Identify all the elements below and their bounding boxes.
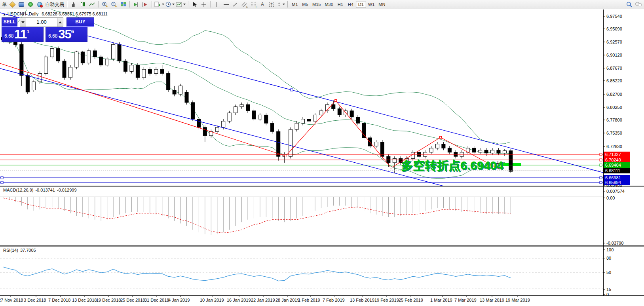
date-axis-label: 25 Feb 2019 [399, 298, 423, 302]
trendline [0, 68, 443, 186]
volume-increase-button[interactable] [57, 17, 63, 27]
buy-price-prefix: 6.68 [48, 33, 57, 39]
candle-bear [246, 105, 250, 111]
rsi-axis-label: 50 [606, 270, 611, 275]
date-axis-label: 22 Jan 2019 [251, 298, 275, 302]
candle-bull [130, 65, 133, 72]
price-axis-label: 6.95090 [606, 27, 622, 31]
price-axis-label: 6.72830 [606, 144, 622, 149]
chart-annotation-text[interactable]: 多空转折点6.69404 [401, 158, 503, 174]
candle-bull [374, 142, 378, 146]
volume-input[interactable]: 1.00 [26, 17, 57, 27]
candle-bear [197, 119, 201, 127]
volume-decrease-button[interactable] [20, 17, 26, 27]
sell-price-pip: 1 [27, 29, 29, 34]
candle-bear [484, 150, 488, 153]
candle-bear [203, 127, 207, 136]
candle-bear [191, 103, 194, 119]
price-axis-label: 6.80250 [606, 105, 622, 110]
candle-bear [160, 69, 164, 73]
rsi-axis-label: 15 [606, 287, 611, 292]
rsi-value: 37.7005 [20, 248, 36, 253]
date-axis-label: 25 Dec 2018 [120, 298, 145, 302]
candle-bear [167, 74, 170, 90]
buy-price-big: 35 [58, 29, 71, 40]
candle-bull [479, 150, 482, 152]
candle-bear [356, 117, 360, 124]
zigzag-handle [390, 167, 392, 169]
candle-bear [99, 57, 103, 65]
date-axis-label: 13 Feb 2019 [350, 298, 374, 302]
candle-bull [154, 69, 158, 73]
level-right-handle [600, 153, 602, 156]
candle-bull [179, 86, 182, 94]
line-handle [1, 177, 3, 179]
macd-name: MACD(12,26,9) [3, 188, 33, 192]
candle-bear [63, 61, 66, 78]
candle-bull [105, 59, 109, 65]
candle-bull [68, 67, 72, 78]
candle-bear [118, 44, 121, 61]
buy-button[interactable]: BUY [66, 17, 94, 27]
macd-signal-value: -0.012999 [57, 188, 77, 192]
level-right-handle [600, 177, 602, 179]
candle-bull [38, 74, 42, 82]
candle-bear [338, 109, 341, 115]
sell-price-big: 11 [14, 29, 27, 40]
candle-bull [295, 123, 298, 129]
candle-bear [448, 148, 451, 152]
price-level-badge-text: 6.69404 [605, 163, 621, 167]
candle-bear [136, 65, 139, 78]
price-axis-label: 6.87670 [606, 66, 622, 70]
date-axis-label: 3 Dec 2018 [24, 298, 46, 302]
date-axis-label: 13 Mar 2019 [480, 298, 504, 302]
collapse-icon[interactable]: ▲ [3, 13, 6, 16]
buy-quote[interactable]: 6.68 35 6 [46, 27, 87, 42]
chart-canvas[interactable]: 6.975406.950906.925706.901206.876706.852… [0, 0, 644, 306]
price-level-badge-text: 6.70240 [605, 158, 621, 162]
zigzag-handle [285, 155, 287, 157]
candle-bear [307, 119, 311, 121]
date-axis-label: 7 Dec 2018 [48, 298, 70, 302]
buy-price-pip: 6 [71, 29, 74, 34]
candle-bear [26, 76, 29, 92]
macd-value: -0.013741 [35, 188, 55, 192]
macd-axis-label: 0.007574 [606, 189, 625, 194]
candle-bull [215, 127, 219, 131]
candle-bear [57, 49, 60, 61]
candle-bear [13, 42, 17, 45]
candle-bull [228, 113, 231, 121]
candle-bear [185, 92, 188, 103]
date-axis-label: 19 Feb 2019 [374, 298, 399, 302]
candle-bull [87, 51, 91, 63]
sell-quote[interactable]: 6.68 11 1 [2, 27, 44, 42]
date-axis-label: 7 Mar 2019 [454, 298, 477, 302]
candle-bear [270, 123, 274, 131]
symbol-period-label: USDCNH-,Daily [8, 11, 38, 16]
candle-bull [234, 106, 237, 113]
price-level-badge-text: 6.71327 [605, 152, 621, 157]
price-axis-label: 6.92570 [606, 40, 622, 44]
candle-bear [277, 131, 280, 156]
triangle-down-icon [21, 21, 25, 23]
candle-bull [112, 44, 115, 59]
rsi-axis-label: 80 [606, 256, 611, 260]
candle-bull [393, 158, 396, 163]
date-axis-label: 19 Mar 2019 [505, 298, 530, 302]
candle-bear [81, 52, 84, 63]
sell-button[interactable]: SELL [2, 17, 17, 27]
candle-bull [289, 129, 293, 156]
candle-bull [240, 105, 243, 106]
candle-bear [472, 148, 476, 152]
price-level-badge-text: 6.68111 [605, 168, 620, 173]
level-right-handle [600, 181, 602, 184]
candle-bull [44, 57, 48, 74]
candle-bull [503, 151, 506, 153]
candle-bear [124, 61, 127, 71]
zigzag-handle [440, 137, 442, 139]
sell-price-prefix: 6.68 [4, 33, 13, 39]
triangle-up-icon [59, 21, 62, 23]
candle-bear [252, 111, 256, 119]
one-click-trading-panel: SELL 1.00 BUY 6.68 11 1 6.68 35 6 [2, 17, 94, 42]
candle-bull [32, 82, 36, 90]
